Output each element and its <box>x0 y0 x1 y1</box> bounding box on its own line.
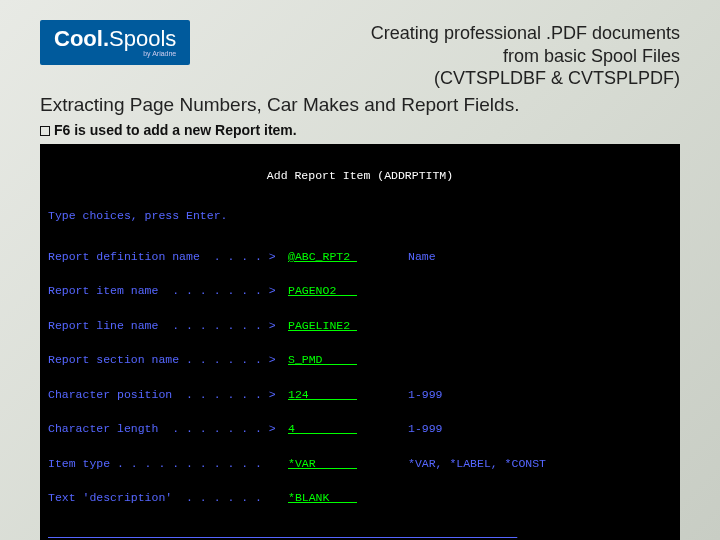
title-line3: (CVTSPLDBF & CVTSPLPDF) <box>190 67 680 90</box>
terminal-row: Item type . . . . . . . . . . . *VAR *VA… <box>48 455 672 472</box>
terminal-row: Report item name . . . . . . . >PAGENO2 <box>48 282 672 299</box>
title-line1: Creating professional .PDF documents <box>190 22 680 45</box>
logo-subtext: by Ariadne <box>54 50 176 57</box>
terminal-title: Add Report Item (ADDRPTITM) <box>48 167 672 184</box>
terminal-instruction: Type choices, press Enter. <box>48 207 672 224</box>
title-line2: from basic Spool Files <box>190 45 680 68</box>
logo: Cool.Spools by Ariadne <box>40 20 190 65</box>
title-block: Creating professional .PDF documents fro… <box>190 20 680 90</box>
terminal-row: Report line name . . . . . . . >PAGELINE… <box>48 317 672 334</box>
logo-part1: Cool. <box>54 26 109 51</box>
terminal-row: Character position . . . . . . >124 1-99… <box>48 386 672 403</box>
bullet-top-text: F6 is used to add a new Report item. <box>54 122 297 138</box>
logo-part2: Spools <box>109 26 176 51</box>
terminal-screenshot: Add Report Item (ADDRPTITM) Type choices… <box>40 144 680 541</box>
terminal-row: Text 'description' . . . . . . *BLANK <box>48 489 672 506</box>
header: Cool.Spools by Ariadne Creating professi… <box>40 20 680 90</box>
bullet-box-icon <box>40 126 50 136</box>
terminal-row: Report definition name . . . . >@ABC_RPT… <box>48 248 672 265</box>
terminal-row: Character length . . . . . . . >4 1-999 <box>48 420 672 437</box>
bullet-top: F6 is used to add a new Report item. <box>40 122 680 138</box>
subtitle: Extracting Page Numbers, Car Makes and R… <box>40 94 680 116</box>
terminal-separator <box>48 524 672 540</box>
terminal-row: Report section name . . . . . . >S_PMD <box>48 351 672 368</box>
